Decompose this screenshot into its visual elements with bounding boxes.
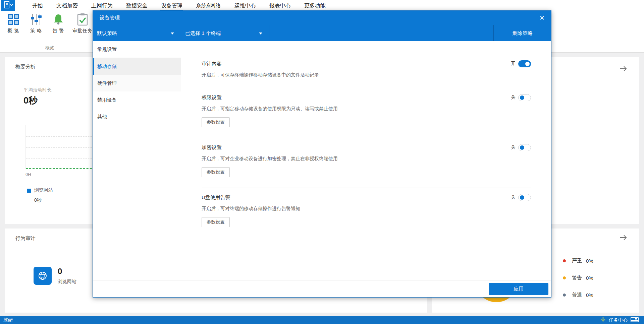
dialog-footer: 应用	[93, 280, 551, 297]
toggle-group-encryption-settings: 关	[511, 144, 531, 151]
clipboard-check-icon	[71, 13, 94, 26]
summary-card-title: 概要分析	[15, 64, 36, 70]
section-desc-encryption-settings: 开启后，可对企业移动设备进行加密处理，禁止在非授权终端使用	[202, 156, 531, 163]
toggle-group-audit-content: 开	[511, 60, 531, 67]
menu-item-device-management[interactable]: 设备管理	[161, 0, 182, 11]
terminal-dropdown-value: 已选择 1 个终端	[185, 30, 221, 37]
level-name-normal: 普通	[572, 292, 582, 298]
permission-settings-toggle[interactable]	[518, 94, 531, 101]
level-value-critical: 0%	[586, 258, 593, 264]
app-menu-button[interactable]	[1, 0, 15, 11]
task-center-button[interactable]: 任务中心	[600, 317, 644, 324]
browse-count-value: 0	[58, 267, 62, 276]
policy-dropdown-value: 默认策略	[97, 30, 117, 37]
delete-policy-button[interactable]: 删除策略	[493, 25, 551, 41]
section-desc-usb-usage-alert: 开启后，可对终端的移动存储操作进行告警通知	[202, 206, 531, 212]
toggle-group-usb-usage-alert: 关	[511, 194, 531, 201]
menu-item-ops-center[interactable]: 运维中心	[234, 0, 256, 11]
nav-item-removable-storage[interactable]: 移动存储	[93, 58, 181, 75]
section-head-usb-usage-alert: U盘使用告警关	[202, 194, 531, 201]
dialog-sidebar: 常规设置移动存储硬件管理禁用设备其他	[93, 41, 181, 280]
menu-item-start[interactable]: 开始	[32, 0, 43, 11]
toggle-knob	[520, 95, 524, 100]
status-text: 就绪	[0, 317, 13, 323]
menu-item-doc-encrypt[interactable]: 文档加密	[56, 0, 78, 11]
avg-activity-value: 0秒	[23, 94, 38, 107]
sliders-icon	[25, 13, 48, 26]
usb-usage-alert-toggle[interactable]	[518, 194, 531, 201]
tool-label-policy: 策 略	[25, 28, 48, 34]
dialog-toolbar: 默认策略 已选择 1 个终端 删除策略	[93, 25, 551, 41]
audit-card-title: 行为审计	[15, 235, 36, 242]
tool-alert[interactable]: 告 警	[47, 13, 70, 34]
permission-settings-param-settings-button[interactable]: 参数设置	[202, 117, 230, 127]
apply-button[interactable]: 应用	[489, 283, 548, 295]
alarm-level-normal: 普通0%	[563, 291, 593, 298]
monitor-icon	[631, 317, 639, 323]
section-title-audit-content: 审计内容	[202, 61, 222, 67]
download-icon	[600, 317, 606, 324]
menubar: 开始文档加密上网行为数据安全设备管理系统&网络运维中心报表中心更多功能	[0, 0, 644, 11]
encryption-settings-param-settings-button[interactable]: 参数设置	[202, 167, 230, 177]
section-head-audit-content: 审计内容开	[202, 60, 531, 67]
section-title-encryption-settings: 加密设置	[202, 144, 222, 151]
chevron-down-icon	[171, 33, 174, 35]
device-management-dialog: 设备管理 ✕ 默认策略 已选择 1 个终端 删除策略 常规设置移动存储硬件管理禁…	[93, 10, 551, 298]
nav-item-general-settings[interactable]: 常规设置	[93, 41, 181, 58]
task-center-label: 任务中心	[609, 317, 628, 323]
level-name-warning: 警告	[572, 275, 582, 281]
dialog-titlebar: 设备管理 ✕	[93, 11, 551, 25]
toggle-state-label-audit-content: 开	[511, 61, 516, 67]
alarm-level-warning: 警告0%	[563, 274, 593, 281]
tool-label-overview: 概 览	[2, 28, 25, 34]
policy-dropdown[interactable]: 默认策略	[93, 25, 181, 41]
arrow-right-icon[interactable]	[619, 64, 628, 74]
terminal-dropdown[interactable]: 已选择 1 个终端	[181, 25, 269, 41]
legend-swatch-browse	[27, 189, 31, 193]
level-dot-normal	[563, 294, 566, 297]
close-icon[interactable]: ✕	[538, 13, 546, 22]
section-title-permission-settings: 权限设置	[202, 94, 222, 101]
toggle-knob	[520, 195, 524, 200]
menu-item-system-network[interactable]: 系统&网络	[196, 0, 221, 11]
legend-value-browse: 0秒	[34, 197, 42, 203]
ribbon-group-label: 概览	[0, 45, 99, 51]
toggle-knob	[520, 145, 524, 150]
level-dot-warning	[563, 276, 566, 279]
app-logo-icon	[2, 1, 13, 11]
level-name-critical: 严重	[572, 258, 582, 264]
chart-x-tick: 0H	[25, 172, 31, 177]
toggle-state-label-permission-settings: 关	[511, 94, 516, 101]
level-dot-critical	[563, 259, 566, 262]
screen: 开始文档加密上网行为数据安全设备管理系统&网络运维中心报表中心更多功能 概 览策…	[0, 0, 644, 324]
nav-item-hardware-management[interactable]: 硬件管理	[93, 75, 181, 91]
toggle-state-label-usb-usage-alert: 关	[511, 194, 516, 200]
level-value-warning: 0%	[586, 275, 593, 281]
tool-approval[interactable]: 审批任务	[71, 13, 94, 34]
menubar-items: 开始文档加密上网行为数据安全设备管理系统&网络运维中心报表中心更多功能	[15, 0, 332, 11]
menu-item-web-behavior[interactable]: 上网行为	[91, 0, 113, 11]
menu-item-more-features[interactable]: 更多功能	[304, 0, 326, 11]
toggle-group-permission-settings: 关	[511, 94, 531, 101]
section-head-encryption-settings: 加密设置关	[202, 144, 531, 151]
globe-icon	[34, 267, 52, 285]
nav-item-disabled-devices[interactable]: 禁用设备	[93, 91, 181, 108]
alarm-legend: 严重0%警告0%普通0%	[563, 257, 593, 298]
tool-label-approval: 审批任务	[71, 28, 94, 34]
browse-count-label: 浏览网站	[58, 279, 76, 285]
audit-content-toggle[interactable]	[518, 60, 531, 67]
usb-usage-alert-param-settings-button[interactable]: 参数设置	[202, 217, 230, 227]
toggle-state-label-encryption-settings: 关	[511, 144, 516, 150]
section-desc-permission-settings: 开启后，可指定移动存储设备的使用权限为只读、读写或禁止使用	[202, 106, 531, 113]
chevron-down-icon	[259, 33, 262, 35]
dialog-content: 审计内容开开启后，可保存终端操作移动存储设备中的文件活动记录权限设置关开启后，可…	[181, 41, 551, 280]
menu-item-data-security[interactable]: 数据安全	[126, 0, 148, 11]
tool-overview[interactable]: 概 览	[2, 13, 25, 34]
arrow-right-icon[interactable]	[619, 233, 628, 243]
encryption-settings-toggle[interactable]	[518, 144, 531, 151]
toggle-knob	[525, 62, 530, 66]
menu-item-report-center[interactable]: 报表中心	[269, 0, 291, 11]
legend-label-browse: 浏览网站	[34, 187, 53, 193]
tool-policy[interactable]: 策 略	[25, 13, 48, 34]
nav-item-other[interactable]: 其他	[93, 108, 181, 125]
